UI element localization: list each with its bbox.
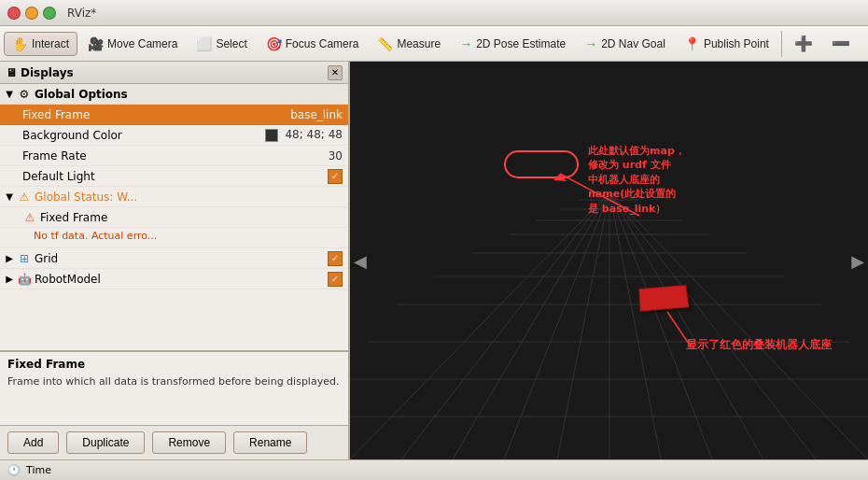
duplicate-button[interactable]: Duplicate	[66, 431, 145, 454]
grid-checkbox: ✓	[328, 251, 348, 266]
window-title: RViz*	[67, 7, 96, 20]
default-light-value: ✓	[328, 169, 348, 184]
publish-point-button[interactable]: 📍 Publish Point	[676, 32, 777, 56]
main-layout: 🖥 Displays ✕ ▼ ⚙ Global Options Fixed Fr…	[0, 62, 868, 459]
left-panel: 🖥 Displays ✕ ▼ ⚙ Global Options Fixed Fr…	[0, 62, 350, 459]
robot-model-checkbox: ✓	[328, 272, 348, 287]
interact-label: Interact	[32, 37, 69, 50]
fixed-frame-label: Fixed Frame	[22, 108, 290, 121]
interact-button[interactable]: ✋ Interact	[4, 32, 77, 56]
global-status-row[interactable]: ▼ ⚠ Global Status: W...	[0, 187, 348, 207]
grid-row[interactable]: ▶ ⊞ Grid ✓	[0, 248, 348, 269]
measure-label: Measure	[397, 37, 441, 50]
tree-area: ▼ ⚙ Global Options Fixed Frame base_link…	[0, 84, 348, 350]
info-panel: Fixed Frame Frame into which all data is…	[0, 350, 348, 425]
focus-camera-button[interactable]: 🎯 Focus Camera	[258, 32, 368, 56]
nav-icon: →	[584, 36, 597, 51]
expand-arrow-grid: ▶	[4, 253, 15, 264]
displays-title: 🖥 Displays	[6, 66, 74, 79]
measure-icon: 📏	[377, 36, 393, 51]
minus-toolbar-button[interactable]: ➖	[823, 30, 859, 57]
maximize-button[interactable]	[43, 7, 56, 20]
warning-sub-icon: ⚠	[22, 210, 37, 225]
grid-label: Grid	[35, 252, 328, 265]
pose-icon: →	[459, 36, 472, 51]
time-label: Time	[26, 464, 51, 476]
global-status-label: Global Status: W...	[35, 191, 348, 204]
titlebar: RViz*	[0, 0, 868, 26]
remove-button[interactable]: Remove	[152, 431, 226, 454]
grid-check-icon: ✓	[328, 251, 343, 266]
select-icon: ⬜	[196, 36, 212, 51]
fixed-frame-sub-label: Fixed Frame	[40, 211, 348, 224]
displays-icon: 🖥	[6, 66, 17, 79]
clock-icon: 🕐	[7, 464, 21, 476]
select-button[interactable]: ⬜ Select	[188, 32, 255, 56]
fixed-frame-value: base_link	[290, 108, 348, 121]
minimize-button[interactable]	[25, 7, 38, 20]
focus-icon: 🎯	[266, 36, 282, 51]
nav-left-arrow[interactable]: ◀	[354, 251, 367, 271]
add-button[interactable]: Add	[7, 431, 59, 454]
default-light-label: Default Light	[22, 170, 328, 183]
checkbox-checked-icon: ✓	[328, 169, 343, 184]
frame-rate-value: 30	[329, 149, 348, 162]
displays-header: 🖥 Displays ✕	[0, 62, 348, 84]
warning-icon: ⚠	[17, 190, 32, 205]
nav-right-arrow[interactable]: ▶	[851, 251, 864, 271]
robot-icon: 🤖	[17, 272, 32, 287]
add-toolbar-button[interactable]: ➕	[786, 30, 821, 57]
color-swatch	[265, 129, 278, 142]
background-color-label: Background Color	[22, 129, 265, 142]
toolbar: ✋ Interact 🎥 Move Camera ⬜ Select 🎯 Focu…	[0, 26, 868, 62]
displays-close[interactable]: ✕	[328, 65, 343, 80]
error-row: No tf data. Actual erro...	[0, 228, 348, 248]
robot-model-label: RobotModel	[35, 273, 328, 286]
nav-goal-button[interactable]: → 2D Nav Goal	[576, 32, 674, 56]
error-text: No tf data. Actual erro...	[34, 230, 157, 242]
button-row: Add Duplicate Remove Rename	[0, 425, 348, 459]
measure-button[interactable]: 📏 Measure	[369, 32, 449, 56]
global-options-row[interactable]: ▼ ⚙ Global Options	[0, 84, 348, 105]
background-color-value: 48; 48; 48	[265, 128, 348, 142]
toolbar-separator	[781, 31, 782, 57]
frame-rate-label: Frame Rate	[22, 149, 329, 162]
plus-icon: ➕	[794, 35, 813, 52]
frame-rate-row[interactable]: Frame Rate 30	[0, 146, 348, 166]
robot-model-row[interactable]: ▶ 🤖 RobotModel ✓	[0, 269, 348, 289]
expand-arrow-global: ▼	[4, 89, 15, 100]
pose-estimate-label: 2D Pose Estimate	[476, 37, 566, 50]
gear-icon: ⚙	[17, 87, 32, 102]
move-camera-icon: 🎥	[88, 36, 104, 51]
displays-label: Displays	[21, 66, 74, 79]
info-desc: Frame into which all data is transformed…	[7, 374, 341, 390]
interact-icon: ✋	[12, 36, 28, 51]
focus-camera-label: Focus Camera	[286, 37, 359, 50]
publish-icon: 📍	[684, 36, 700, 51]
close-button[interactable]	[7, 7, 21, 20]
grid-visualization	[350, 62, 868, 459]
fixed-frame-sub-row[interactable]: ⚠ Fixed Frame	[0, 207, 348, 228]
move-camera-label: Move Camera	[107, 37, 177, 50]
statusbar: 🕐 Time	[0, 459, 868, 480]
robot-model-display	[638, 285, 689, 312]
viewport[interactable]: ◀ ▶ 此处默认值为map， 修改为 urdf 文件 中机器人底座的 name(…	[350, 62, 868, 459]
robot-check-icon: ✓	[328, 272, 343, 287]
pose-estimate-button[interactable]: → 2D Pose Estimate	[451, 32, 574, 56]
expand-arrow-status: ▼	[4, 191, 15, 203]
publish-point-label: Publish Point	[704, 37, 769, 50]
grid-icon: ⊞	[17, 251, 32, 266]
select-label: Select	[216, 37, 246, 50]
default-light-row[interactable]: Default Light ✓	[0, 166, 348, 187]
move-camera-button[interactable]: 🎥 Move Camera	[79, 32, 186, 56]
global-options-label: Global Options	[35, 88, 348, 101]
background-color-row[interactable]: Background Color 48; 48; 48	[0, 125, 348, 146]
fixed-frame-row[interactable]: Fixed Frame base_link	[0, 105, 348, 125]
info-title: Fixed Frame	[7, 358, 341, 371]
window-controls[interactable]	[7, 7, 56, 20]
minus-icon: ➖	[832, 35, 850, 52]
nav-goal-label: 2D Nav Goal	[601, 37, 665, 50]
rename-button[interactable]: Rename	[233, 431, 307, 454]
expand-arrow-robot: ▶	[4, 274, 15, 285]
